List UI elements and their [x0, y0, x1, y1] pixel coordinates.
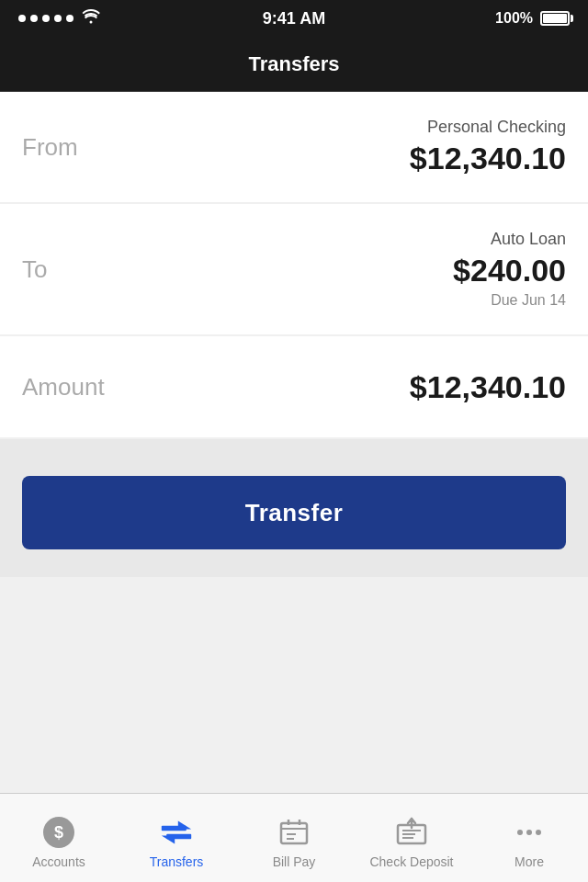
tab-more[interactable]: More	[470, 794, 588, 882]
checkdeposit-icon	[395, 816, 428, 849]
tab-billpay[interactable]: Bill Pay	[235, 794, 353, 882]
battery-percentage: 100%	[495, 10, 533, 27]
signal-dot-4	[54, 15, 62, 22]
svg-point-10	[536, 830, 541, 835]
svg-rect-3	[162, 826, 187, 831]
transfers-icon	[160, 816, 193, 849]
wifi-icon	[81, 9, 101, 28]
amount-row[interactable]: Amount $12,340.10	[0, 336, 588, 437]
to-amount: $240.00	[453, 253, 566, 288]
nav-bar: Transfers	[0, 37, 588, 92]
tab-accounts-label: Accounts	[32, 854, 85, 869]
amount-label: Amount	[22, 373, 105, 401]
signal-dot-5	[66, 15, 74, 22]
transfer-button[interactable]: Transfer	[22, 476, 566, 549]
tab-checkdeposit[interactable]: Check Deposit	[353, 794, 470, 882]
svg-text:$: $	[54, 823, 63, 842]
accounts-icon: $	[42, 816, 75, 849]
battery-icon	[540, 11, 570, 26]
status-left	[18, 9, 101, 28]
tab-more-label: More	[514, 854, 544, 869]
signal-dot-1	[18, 15, 26, 22]
more-icon	[513, 816, 546, 849]
amount-section[interactable]: Amount $12,340.10	[0, 336, 588, 437]
status-bar: 9:41 AM 100%	[0, 0, 588, 37]
page-title: Transfers	[248, 52, 339, 76]
from-account-name: Personal Checking	[410, 118, 566, 137]
tab-accounts[interactable]: $ Accounts	[0, 794, 118, 882]
status-time: 9:41 AM	[263, 9, 325, 28]
signal-dot-2	[30, 15, 38, 22]
content-wrapper: From Personal Checking $12,340.10 To Aut…	[0, 92, 588, 793]
tab-checkdeposit-label: Check Deposit	[369, 854, 453, 869]
svg-point-9	[526, 830, 532, 835]
from-value-group: Personal Checking $12,340.10	[410, 118, 566, 176]
from-amount: $12,340.10	[410, 141, 566, 176]
tab-billpay-label: Bill Pay	[273, 854, 316, 869]
to-section[interactable]: To Auto Loan $240.00 Due Jun 14	[0, 204, 588, 334]
to-label: To	[22, 255, 47, 284]
to-value-group: Auto Loan $240.00 Due Jun 14	[453, 230, 566, 309]
signal-dots	[18, 15, 74, 22]
billpay-icon	[277, 816, 311, 849]
button-section: Transfer	[0, 439, 588, 577]
tab-bar: $ Accounts Transfers	[0, 793, 588, 882]
to-account-name: Auto Loan	[453, 230, 566, 249]
tab-transfers-label: Transfers	[150, 854, 204, 869]
from-section[interactable]: From Personal Checking $12,340.10	[0, 92, 588, 202]
from-row[interactable]: From Personal Checking $12,340.10	[0, 92, 588, 202]
svg-point-8	[517, 830, 523, 835]
tab-transfers[interactable]: Transfers	[118, 794, 235, 882]
to-due-date: Due Jun 14	[453, 292, 566, 309]
status-right: 100%	[495, 10, 570, 27]
amount-value: $12,340.10	[410, 369, 566, 405]
from-label: From	[22, 133, 78, 162]
signal-dot-3	[42, 15, 50, 22]
svg-rect-5	[166, 834, 191, 839]
to-row[interactable]: To Auto Loan $240.00 Due Jun 14	[0, 204, 588, 334]
